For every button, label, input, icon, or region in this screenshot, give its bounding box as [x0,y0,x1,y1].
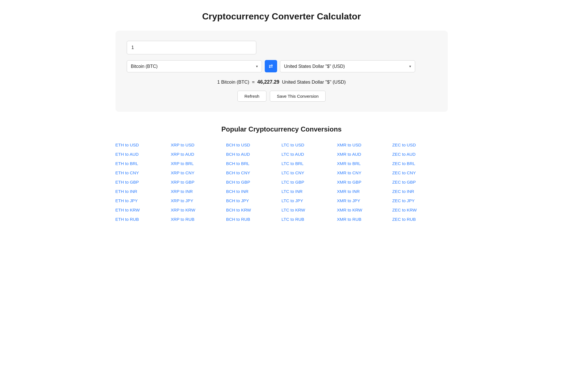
conversion-link[interactable]: ZEC to RUB [392,215,448,223]
conversion-link[interactable]: LTC to INR [282,188,337,195]
save-conversion-button[interactable]: Save This Conversion [270,91,326,102]
conversion-link[interactable]: ETH to USD [115,141,171,149]
conversion-link[interactable]: ETH to GBP [115,178,171,186]
swap-button[interactable]: ⇄ [265,60,277,72]
conversion-link[interactable]: ZEC to INR [392,188,448,195]
conversion-link[interactable]: LTC to JPY [282,197,337,204]
selectors-row: Bitcoin (BTC) ▾ ⇄ United States Dollar "… [127,60,437,72]
conversion-link[interactable]: ETH to JPY [115,197,171,204]
conversion-link[interactable]: XMR to INR [337,188,392,195]
conversion-link[interactable]: XMR to CNY [337,169,392,177]
result-row: 1 Bitcoin (BTC) = 46,227.29 United State… [127,79,437,85]
conversion-link[interactable]: XMR to GBP [337,178,392,186]
conversion-link[interactable]: BCH to GBP [226,178,282,186]
conversion-link[interactable]: XMR to BRL [337,160,392,167]
conversion-link[interactable]: XRP to AUD [171,150,226,158]
conversion-link[interactable]: BCH to AUD [226,150,282,158]
conversion-link[interactable]: BCH to KRW [226,206,282,214]
conversion-link[interactable]: BCH to RUB [226,215,282,223]
conversion-link[interactable]: XRP to RUB [171,215,226,223]
conversion-link[interactable]: BCH to BRL [226,160,282,167]
conversion-link[interactable]: ZEC to BRL [392,160,448,167]
page-title: Cryptocurrency Converter Calculator [115,11,448,22]
conversion-link[interactable]: XRP to INR [171,188,226,195]
conversion-link[interactable]: LTC to GBP [282,178,337,186]
conversion-link[interactable]: XMR to KRW [337,206,392,214]
conversion-link[interactable]: LTC to AUD [282,150,337,158]
result-text: 1 Bitcoin (BTC) [217,79,249,85]
from-currency-select[interactable]: Bitcoin (BTC) [127,60,262,72]
conversion-link[interactable]: ETH to CNY [115,169,171,177]
conversion-link[interactable]: LTC to USD [282,141,337,149]
conversion-link[interactable]: ZEC to GBP [392,178,448,186]
conversion-link[interactable]: BCH to INR [226,188,282,195]
result-equals: = [252,79,255,85]
swap-icon: ⇄ [269,63,273,69]
conversion-link[interactable]: BCH to JPY [226,197,282,204]
conversion-link[interactable]: LTC to KRW [282,206,337,214]
conversion-link[interactable]: XRP to CNY [171,169,226,177]
result-value: 46,227.29 [257,79,279,85]
to-currency-select[interactable]: United States Dollar "$" (USD) [280,60,415,72]
conversions-grid: ETH to USDXRP to USDBCH to USDLTC to USD… [115,141,448,223]
page-container: Cryptocurrency Converter Calculator Bitc… [99,0,465,234]
conversion-link[interactable]: XRP to USD [171,141,226,149]
popular-title: Popular Cryptocurrency Conversions [115,125,448,133]
from-currency-wrapper: Bitcoin (BTC) ▾ [127,60,262,72]
conversion-link[interactable]: ZEC to JPY [392,197,448,204]
conversion-link[interactable]: XRP to KRW [171,206,226,214]
conversion-link[interactable]: XRP to BRL [171,160,226,167]
conversion-link[interactable]: BCH to CNY [226,169,282,177]
conversion-link[interactable]: LTC to CNY [282,169,337,177]
refresh-button[interactable]: Refresh [237,91,266,102]
conversion-link[interactable]: XMR to RUB [337,215,392,223]
conversion-link[interactable]: XMR to AUD [337,150,392,158]
conversion-link[interactable]: LTC to RUB [282,215,337,223]
amount-input[interactable] [127,41,256,54]
conversion-link[interactable]: ZEC to USD [392,141,448,149]
converter-card: Bitcoin (BTC) ▾ ⇄ United States Dollar "… [115,31,448,112]
conversion-link[interactable]: XMR to JPY [337,197,392,204]
conversion-link[interactable]: ETH to INR [115,188,171,195]
conversion-link[interactable]: ETH to AUD [115,150,171,158]
popular-section: Popular Cryptocurrency Conversions ETH t… [115,125,448,223]
conversion-link[interactable]: ZEC to AUD [392,150,448,158]
actions-row: Refresh Save This Conversion [127,91,437,102]
conversion-link[interactable]: XRP to JPY [171,197,226,204]
result-unit: United States Dollar "$" (USD) [282,79,346,85]
conversion-link[interactable]: ZEC to KRW [392,206,448,214]
conversion-link[interactable]: ZEC to CNY [392,169,448,177]
conversion-link[interactable]: ETH to BRL [115,160,171,167]
conversion-link[interactable]: ETH to KRW [115,206,171,214]
conversion-link[interactable]: BCH to USD [226,141,282,149]
conversion-link[interactable]: XMR to USD [337,141,392,149]
conversion-link[interactable]: LTC to BRL [282,160,337,167]
conversion-link[interactable]: XRP to GBP [171,178,226,186]
to-currency-wrapper: United States Dollar "$" (USD) ▾ [280,60,415,72]
conversion-link[interactable]: ETH to RUB [115,215,171,223]
